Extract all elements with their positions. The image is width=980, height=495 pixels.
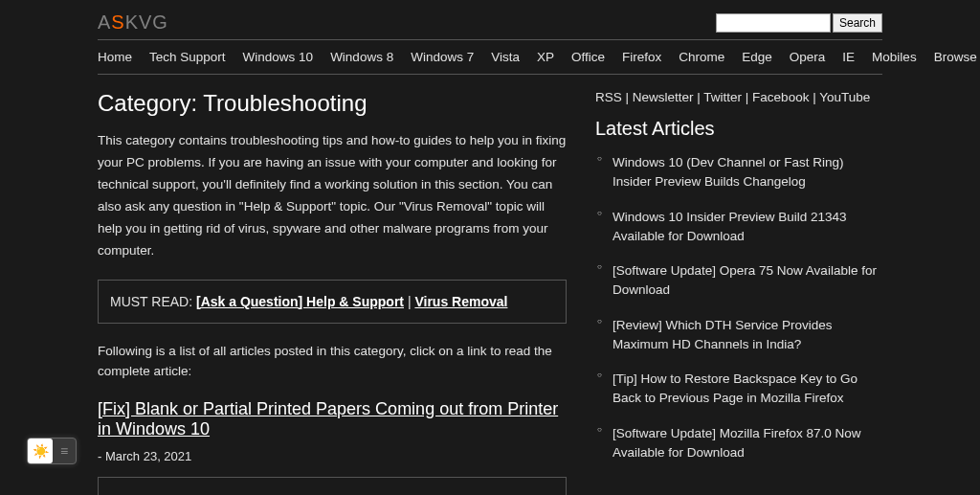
logo-letter: A xyxy=(98,11,111,33)
feed-link[interactable]: RSS xyxy=(595,90,622,104)
feed-links: RSS | Newsletter | Twitter | Facebook | … xyxy=(595,90,882,104)
nav-item[interactable]: Opera xyxy=(790,50,826,64)
list-item: [Software Update] Mozilla Firefox 87.0 N… xyxy=(595,424,882,463)
nav-item[interactable]: Windows 10 xyxy=(243,50,314,64)
help-support-link[interactable]: [Ask a Question] Help & Support xyxy=(196,294,404,309)
site-logo[interactable]: ASKVG xyxy=(98,11,168,34)
nav-item[interactable]: Mobiles xyxy=(872,50,917,64)
main-nav: HomeTech SupportWindows 10Windows 8Windo… xyxy=(98,39,882,75)
nav-item[interactable]: Edge xyxy=(742,50,772,64)
latest-link[interactable]: [Software Update] Mozilla Firefox 87.0 N… xyxy=(612,426,861,460)
search-form: Search xyxy=(716,13,882,33)
article-excerpt: If your printer is printing blank or par… xyxy=(98,477,567,495)
list-item: [Software Update] Opera 75 Now Available… xyxy=(595,261,882,301)
search-button[interactable]: Search xyxy=(833,13,882,33)
category-description: This category contains troubleshooting t… xyxy=(98,130,567,262)
article-link[interactable]: [Fix] Blank or Partial Printed Papers Co… xyxy=(98,399,558,439)
search-input[interactable] xyxy=(716,13,831,33)
nav-item[interactable]: Office xyxy=(571,50,605,64)
menu-icon: ≡ xyxy=(53,443,76,459)
article-title: [Fix] Blank or Partial Printed Papers Co… xyxy=(98,399,567,439)
feed-link[interactable]: Newsletter xyxy=(633,90,694,104)
list-item: Windows 10 Insider Preview Build 21343 A… xyxy=(595,208,882,247)
sun-icon: ☀️ xyxy=(28,439,53,463)
latest-link[interactable]: Windows 10 (Dev Channel or Fast Ring) In… xyxy=(612,155,844,189)
latest-link[interactable]: [Software Update] Opera 75 Now Available… xyxy=(612,263,877,297)
logo-letter: KVG xyxy=(125,11,168,33)
nav-item[interactable]: IE xyxy=(842,50,855,64)
nav-item[interactable]: Home xyxy=(98,50,132,64)
list-item: [Review] Which DTH Service Provides Maxi… xyxy=(595,316,882,355)
latest-link[interactable]: [Tip] How to Restore Backspace Key to Go… xyxy=(612,371,858,405)
latest-list: Windows 10 (Dev Channel or Fast Ring) In… xyxy=(595,153,882,462)
nav-item[interactable]: Browse Categories xyxy=(934,50,980,64)
latest-link[interactable]: Windows 10 Insider Preview Build 21343 A… xyxy=(612,210,847,243)
latest-link[interactable]: [Review] Which DTH Service Provides Maxi… xyxy=(612,318,833,351)
nav-item[interactable]: XP xyxy=(537,50,554,64)
logo-letter: S xyxy=(111,11,124,33)
latest-heading: Latest Articles xyxy=(595,118,882,140)
feed-link[interactable]: Twitter xyxy=(703,90,742,104)
must-read-label: MUST READ: xyxy=(110,294,196,309)
list-item: [Tip] How to Restore Backspace Key to Go… xyxy=(595,370,882,409)
following-text: Following is a list of all articles post… xyxy=(98,341,567,382)
nav-item[interactable]: Windows 8 xyxy=(330,50,393,64)
must-read-box: MUST READ: [Ask a Question] Help & Suppo… xyxy=(98,280,567,324)
article-date: - March 23, 2021 xyxy=(98,449,567,463)
nav-item[interactable]: Firefox xyxy=(622,50,661,64)
page-title: Category: Troubleshooting xyxy=(98,90,567,117)
virus-removal-link[interactable]: Virus Removal xyxy=(414,294,507,309)
nav-item[interactable]: Windows 7 xyxy=(411,50,474,64)
theme-toggle[interactable]: ☀️ ≡ xyxy=(27,438,77,464)
nav-item[interactable]: Chrome xyxy=(679,50,724,64)
nav-item[interactable]: Tech Support xyxy=(149,50,226,64)
list-item: Windows 10 (Dev Channel or Fast Ring) In… xyxy=(595,153,882,192)
feed-link[interactable]: Facebook xyxy=(752,90,809,104)
nav-item[interactable]: Vista xyxy=(491,50,520,64)
feed-link[interactable]: YouTube xyxy=(819,90,870,104)
